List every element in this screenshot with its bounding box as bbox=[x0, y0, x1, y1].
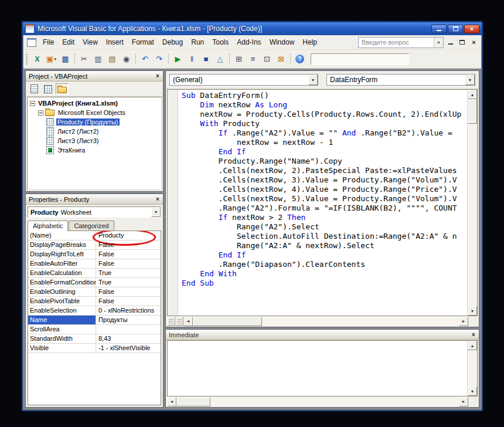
property-value[interactable]: False bbox=[96, 287, 161, 296]
help-button[interactable]: ? bbox=[293, 53, 307, 65]
view-code-button[interactable] bbox=[28, 83, 40, 94]
immediate-scroll-up-icon[interactable]: ▲ bbox=[468, 341, 477, 350]
menu-item-add-ins[interactable]: Add-Ins bbox=[233, 36, 265, 48]
tree-item[interactable]: ЭтаКнига bbox=[28, 145, 161, 155]
property-row[interactable]: EnablePivotTableFalse bbox=[28, 297, 161, 306]
property-row[interactable]: DisplayPageBreaksFalse bbox=[28, 240, 161, 250]
property-row[interactable]: DisplayRightToLeftFalse bbox=[28, 250, 161, 259]
procedure-dropdown-icon[interactable]: ▼ bbox=[465, 74, 475, 85]
object-dropdown-icon[interactable]: ▼ bbox=[308, 74, 318, 85]
immediate-hscroll-track[interactable] bbox=[176, 397, 459, 406]
tree-item[interactable]: Producty (Продукты) bbox=[28, 117, 161, 127]
tree-item[interactable]: Лист2 (Лист2) bbox=[28, 127, 161, 136]
object-selector-dropdown-icon[interactable]: ▼ bbox=[151, 207, 161, 217]
project-tree[interactable]: VBAProject (Книга1.xlsm)Microsoft Excel … bbox=[27, 97, 162, 190]
property-value[interactable]: True bbox=[96, 278, 161, 287]
undo-button[interactable]: ↶ bbox=[138, 53, 152, 65]
property-value[interactable]: 8,43 bbox=[96, 334, 161, 343]
property-value[interactable]: Producty bbox=[96, 231, 161, 240]
property-row[interactable]: Visible-1 - xlSheetVisible bbox=[28, 344, 161, 353]
menu-item-run[interactable]: Run bbox=[187, 36, 208, 48]
scroll-right-icon[interactable]: ► bbox=[459, 317, 468, 326]
insert-userform-button[interactable]: ▣▾ bbox=[45, 53, 58, 65]
redo-button[interactable]: ↷ bbox=[152, 53, 166, 65]
immediate-vscroll-track[interactable] bbox=[468, 350, 477, 387]
immediate-hscroll-thumb[interactable] bbox=[176, 397, 210, 406]
project-explorer-button[interactable]: ⊞ bbox=[232, 53, 246, 65]
paste-button[interactable]: ▤ bbox=[105, 53, 119, 65]
property-value[interactable]: False bbox=[96, 259, 161, 268]
vscroll-thumb[interactable] bbox=[468, 99, 477, 124]
menu-item-file[interactable]: File bbox=[39, 36, 58, 48]
save-button[interactable]: ▦ bbox=[59, 53, 72, 65]
toggle-folders-button[interactable] bbox=[56, 83, 69, 94]
project-panel-header[interactable]: Project - VBAProject × bbox=[26, 71, 163, 82]
procedure-view-button[interactable] bbox=[167, 317, 175, 326]
immediate-scroll-right-icon[interactable]: ► bbox=[459, 397, 468, 406]
property-value[interactable]: False bbox=[96, 240, 161, 249]
question-box[interactable]: Введите вопрос ▾ bbox=[358, 37, 444, 48]
tree-item[interactable]: VBAProject (Книга1.xlsm) bbox=[28, 99, 161, 108]
titlebar[interactable]: Microsoft Visual Basic for Applications … bbox=[23, 22, 482, 35]
immediate-close-button[interactable]: × bbox=[469, 331, 478, 338]
immediate-vertical-scrollbar[interactable]: ▲ ▼ bbox=[467, 341, 477, 396]
menu-item-view[interactable]: View bbox=[79, 36, 102, 48]
menu-item-format[interactable]: Format bbox=[128, 36, 158, 48]
property-row[interactable]: EnableSelection0 - xlNoRestrictions bbox=[28, 306, 161, 316]
hscroll-thumb[interactable] bbox=[193, 317, 262, 326]
cut-button[interactable]: ✂ bbox=[77, 53, 91, 65]
properties-grid[interactable]: (Name)ProductyDisplayPageBreaksFalseDisp… bbox=[28, 231, 161, 405]
find-button[interactable]: ◉ bbox=[120, 53, 133, 65]
code-window-document-icon[interactable] bbox=[27, 38, 36, 47]
immediate-text-area[interactable] bbox=[168, 341, 467, 396]
immediate-horizontal-scrollbar[interactable]: ◄ ► bbox=[166, 396, 479, 407]
code-margin-indicator-bar[interactable] bbox=[168, 90, 178, 316]
menu-item-window[interactable]: Window bbox=[265, 36, 299, 48]
immediate-header[interactable]: Immediate × bbox=[166, 330, 479, 340]
child-restore-button[interactable] bbox=[457, 38, 467, 47]
tree-item[interactable]: Microsoft Excel Objects bbox=[28, 108, 161, 117]
procedure-dropdown[interactable]: DataEntryForm ▼ bbox=[326, 74, 475, 86]
menu-item-help[interactable]: Help bbox=[298, 36, 321, 48]
property-value[interactable]: True bbox=[96, 269, 161, 277]
view-microsoft-excel-button[interactable]: X bbox=[30, 53, 44, 65]
tree-expander-icon[interactable] bbox=[38, 110, 43, 116]
properties-close-button[interactable]: × bbox=[154, 195, 162, 203]
vscroll-track[interactable] bbox=[468, 99, 477, 306]
tab-alphabetic[interactable]: Alphabetic bbox=[28, 221, 68, 231]
property-row[interactable]: EnableOutliningFalse bbox=[28, 287, 161, 297]
immediate-scroll-left-icon[interactable]: ◄ bbox=[167, 397, 176, 406]
properties-panel-header[interactable]: Properties - Producty × bbox=[26, 194, 163, 205]
object-browser-button[interactable]: ⊡ bbox=[260, 53, 274, 65]
property-value[interactable]: False bbox=[96, 297, 161, 306]
run-button[interactable]: ▶ bbox=[171, 53, 185, 65]
scroll-left-icon[interactable]: ◄ bbox=[183, 317, 193, 326]
property-row[interactable]: ScrollArea bbox=[28, 325, 161, 334]
object-selector[interactable]: Producty Worksheet ▼ bbox=[28, 206, 161, 218]
scroll-up-icon[interactable]: ▲ bbox=[468, 90, 477, 99]
properties-window-button[interactable]: ≡ bbox=[246, 53, 260, 65]
tab-categorized[interactable]: Categorized bbox=[69, 221, 114, 231]
toolbox-button[interactable]: ⊠ bbox=[274, 53, 288, 65]
view-object-button[interactable] bbox=[42, 83, 55, 94]
question-dropdown-icon[interactable]: ▾ bbox=[434, 38, 443, 48]
property-value[interactable]: 0 - xlNoRestrictions bbox=[96, 306, 161, 315]
child-close-button[interactable]: × bbox=[469, 38, 479, 47]
tree-item[interactable]: Лист3 (Лист3) bbox=[28, 136, 161, 145]
property-row[interactable]: EnableFormatConditionTrue bbox=[28, 278, 161, 287]
property-value[interactable] bbox=[96, 325, 161, 334]
hscroll-track[interactable] bbox=[193, 317, 459, 326]
full-module-view-button[interactable] bbox=[175, 317, 183, 326]
design-mode-button[interactable]: △ bbox=[213, 53, 227, 65]
reset-button[interactable]: ■ bbox=[199, 53, 213, 65]
property-row[interactable]: (Name)Producty bbox=[28, 231, 161, 240]
code-text-area[interactable]: Sub DataEntryForm() Dim nextRow As Long … bbox=[178, 90, 467, 316]
copy-button[interactable]: ▥ bbox=[91, 53, 105, 65]
minimize-button[interactable] bbox=[431, 25, 447, 33]
menu-item-edit[interactable]: Edit bbox=[58, 36, 79, 48]
project-close-button[interactable]: × bbox=[154, 72, 162, 80]
menu-item-insert[interactable]: Insert bbox=[102, 36, 128, 48]
break-button[interactable]: ‖ bbox=[185, 53, 199, 65]
property-value[interactable]: Продукты bbox=[96, 316, 161, 324]
child-minimize-button[interactable] bbox=[445, 38, 455, 47]
